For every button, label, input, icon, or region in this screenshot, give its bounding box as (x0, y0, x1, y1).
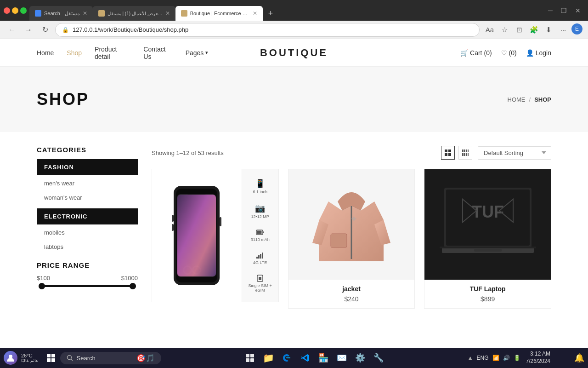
svg-rect-1 (448, 150, 451, 152)
minimize-window-btn[interactable] (12, 7, 18, 14)
price-min: $100 (37, 275, 50, 282)
address-bar[interactable]: 🔒 127.0.0.1/work/Boutique/Boutique/shop.… (55, 23, 480, 37)
user-icon: 👤 (526, 49, 534, 57)
electronic-category-btn[interactable]: ELECTRONIC (37, 208, 138, 224)
products-toolbar: Showing 1–12 of 53 results (152, 146, 551, 160)
tab-close-1[interactable]: ✕ (83, 10, 87, 17)
mens-wear-link[interactable]: men's wear (37, 176, 138, 190)
tab-title-2: إضافة معرض الأعمال (1) | مستقل (107, 11, 163, 16)
nav-home[interactable]: Home (37, 49, 54, 57)
laptop-price: $899 (429, 295, 546, 303)
browser-navigation-bar: ← → ↻ 🔒 127.0.0.1/work/Boutique/Boutique… (0, 21, 588, 39)
womens-wear-link[interactable]: woman's wear (37, 190, 138, 205)
maximize-window-btn[interactable] (20, 7, 27, 14)
jacket-image-container: ✦ (288, 169, 415, 280)
breadcrumb-home[interactable]: HOME (508, 96, 526, 103)
bookmark-icon[interactable]: ☆ (498, 23, 511, 36)
svg-rect-28 (258, 255, 260, 259)
reload-button[interactable]: ↻ (39, 23, 51, 36)
svg-rect-7 (468, 150, 469, 152)
close-icon[interactable]: ✕ (571, 7, 584, 14)
screen-icon: 📱 (255, 178, 265, 189)
tab-favicon-3 (181, 10, 187, 17)
product-card-jacket[interactable]: ✦ jacket $240 (288, 169, 415, 309)
new-tab-button[interactable]: + (263, 6, 279, 21)
mobiles-link[interactable]: mobiles (37, 225, 138, 240)
nav-pages[interactable]: Pages ▾ (186, 49, 209, 57)
jacket-info: jacket $240 (288, 280, 415, 308)
minimize-icon[interactable]: ─ (544, 7, 556, 14)
product-card-phone[interactable]: 📱 6.1 inch 📷 12•12 MP (152, 169, 279, 302)
tab-title-1: Search - مستقل (44, 11, 80, 17)
wishlist-icon: ♡ (501, 49, 507, 57)
toolbar-right: Default Sorting Price: Low to High Price… (441, 146, 551, 160)
tab-favicon-2 (98, 10, 105, 17)
svg-rect-26 (257, 231, 262, 234)
phone-illustration (171, 185, 222, 286)
svg-rect-20 (177, 195, 216, 276)
price-slider[interactable] (39, 285, 136, 287)
extension-icon[interactable]: 🧩 (527, 23, 540, 36)
tab-close-3[interactable]: ✕ (253, 10, 257, 17)
split-view-icon[interactable]: ⊡ (513, 23, 526, 36)
svg-rect-0 (445, 150, 447, 152)
download-icon[interactable]: ⬇ (542, 23, 555, 36)
jacket-name: jacket (293, 285, 410, 293)
browser-tab-2[interactable]: إضافة معرض الأعمال (1) | مستقل ✕ (93, 6, 175, 21)
categories-title: CATEGORIES (37, 146, 138, 154)
back-button[interactable]: ← (6, 23, 18, 36)
login-label: Login (536, 49, 551, 57)
wishlist-count: (0) (509, 49, 517, 57)
close-window-btn[interactable] (4, 7, 10, 14)
svg-rect-21 (220, 217, 221, 226)
spec-camera-text: 12•12 MP (251, 214, 269, 219)
fashion-category-btn[interactable]: FASHION (37, 159, 138, 175)
laptop-info: TUF Laptop $899 (424, 280, 551, 308)
forward-button[interactable]: → (22, 23, 35, 36)
tab-title-3: Boutique | Ecommerce bootstrap (190, 11, 250, 16)
svg-rect-2 (445, 153, 447, 156)
login-button[interactable]: 👤 Login (526, 49, 551, 57)
tab-close-2[interactable]: ✕ (165, 10, 170, 17)
price-slider-thumb-left[interactable] (39, 283, 45, 289)
svg-rect-23 (172, 224, 174, 231)
browser-tab-3[interactable]: Boutique | Ecommerce bootstrap ✕ (175, 6, 263, 21)
sidebar: CATEGORIES FASHION men's wear woman's we… (37, 146, 138, 309)
svg-rect-11 (468, 153, 469, 156)
battery-icon (256, 228, 264, 236)
window-action-buttons[interactable]: ─ ❐ ✕ (544, 7, 584, 14)
labtops-link[interactable]: labtops (37, 240, 138, 254)
results-text: Showing 1–12 of 53 results (152, 150, 224, 156)
profile-icon[interactable]: E (571, 23, 582, 34)
jacket-price: $240 (293, 295, 410, 303)
restore-icon[interactable]: ❐ (557, 7, 571, 14)
spec-network-text: 4G LTE (253, 260, 267, 265)
cart-icon: 🛒 (460, 49, 468, 57)
nav-shop[interactable]: Shop (67, 49, 82, 57)
spec-screen-text: 6.1 inch (253, 190, 267, 194)
cart-label: Cart (470, 49, 482, 57)
site-nav-right: 🛒 Cart (0) ♡ (0) 👤 Login (380, 49, 551, 57)
svg-rect-32 (259, 277, 261, 280)
price-labels: $100 $1000 (37, 275, 138, 282)
menu-icon[interactable]: ··· (557, 23, 570, 36)
product-card-laptop[interactable]: TUF TUF Laptop $899 (424, 169, 551, 309)
grid-view-btn[interactable] (441, 146, 455, 160)
spec-camera: 📷 12•12 MP (251, 203, 269, 219)
spec-sim: Single SIM + eSIM (244, 274, 277, 293)
grid-view-4-btn[interactable] (458, 146, 472, 160)
shop-banner: SHOP HOME / SHOP (0, 67, 588, 132)
phone-image (152, 169, 242, 302)
nav-product-detail[interactable]: Product detail (95, 46, 130, 60)
wishlist-button[interactable]: ♡ (0) (501, 49, 517, 57)
browser-chrome: Search - مستقل ✕ إضافة معرض الأعمال (1) … (0, 0, 588, 21)
sort-select[interactable]: Default Sorting Price: Low to High Price… (478, 146, 551, 160)
reader-mode-icon[interactable]: Aa (483, 23, 496, 36)
window-controls[interactable] (4, 7, 27, 14)
cart-button[interactable]: 🛒 Cart (0) (460, 49, 492, 57)
camera-icon: 📷 (255, 203, 265, 213)
price-slider-thumb-right[interactable] (130, 283, 136, 289)
nav-contact[interactable]: Contact Us (143, 46, 172, 60)
browser-tab-1[interactable]: Search - مستقل ✕ (29, 6, 93, 21)
phone-specs-panel: 📱 6.1 inch 📷 12•12 MP (242, 169, 278, 302)
